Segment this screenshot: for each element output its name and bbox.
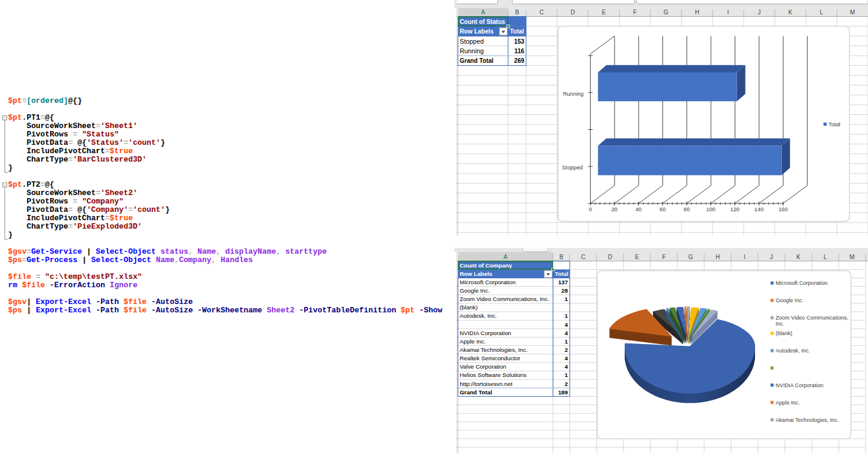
svg-text:Valve Corporation: Valve Corporation [460, 363, 506, 370]
svg-text:Autodesk, Inc.: Autodesk, Inc. [460, 312, 497, 319]
svg-text:M: M [849, 254, 854, 260]
svg-text:B: B [560, 254, 564, 260]
svg-text:Row Labels: Row Labels [460, 28, 494, 35]
svg-text:Count of Company: Count of Company [460, 262, 512, 269]
svg-text:I: I [728, 9, 729, 16]
svg-text:Row Labels: Row Labels [460, 270, 493, 277]
svg-text:L: L [820, 9, 823, 16]
svg-text:140: 140 [754, 206, 764, 212]
svg-text:189: 189 [558, 389, 569, 396]
svg-text:Helios Software Solutions: Helios Software Solutions [460, 372, 527, 378]
svg-text:1: 1 [565, 312, 569, 319]
svg-text:L: L [824, 254, 827, 260]
svg-text:Total: Total [555, 270, 569, 277]
svg-text:(blank): (blank) [776, 330, 793, 336]
svg-text:4: 4 [565, 321, 569, 328]
svg-text:NVIDIA Corporation: NVIDIA Corporation [460, 330, 511, 336]
svg-text:E: E [635, 254, 639, 260]
svg-text:Google Inc.: Google Inc. [776, 297, 804, 303]
svg-text:D: D [608, 254, 612, 260]
svg-text:269: 269 [514, 57, 524, 64]
svg-text:28: 28 [561, 287, 568, 294]
svg-text:1: 1 [565, 372, 569, 378]
svg-text:A: A [503, 254, 508, 260]
svg-text:H: H [716, 254, 720, 260]
svg-text:NVIDIA Corporation: NVIDIA Corporation [776, 382, 824, 388]
svg-text:Grand Total: Grand Total [460, 57, 494, 64]
svg-text:Microsoft Corporation: Microsoft Corporation [460, 279, 516, 285]
svg-text:G: G [664, 9, 668, 16]
svg-text:Zoom Video Communications,: Zoom Video Communications, [776, 315, 849, 321]
svg-text:Realtek Semiconductor: Realtek Semiconductor [460, 355, 521, 361]
svg-text:Autodesk, Inc.: Autodesk, Inc. [776, 348, 811, 354]
svg-text:D: D [570, 9, 574, 16]
svg-text:4: 4 [565, 355, 569, 361]
svg-text:2: 2 [565, 381, 569, 387]
svg-text:Grand Total: Grand Total [460, 389, 493, 396]
svg-text:Running: Running [460, 47, 484, 54]
svg-text:E: E [602, 9, 606, 16]
svg-text:Akamai Technologies, Inc.: Akamai Technologies, Inc. [460, 346, 528, 353]
svg-text:160: 160 [778, 206, 788, 212]
svg-text:Google Inc.: Google Inc. [460, 287, 490, 294]
svg-text:B: B [515, 9, 519, 16]
svg-text:2: 2 [565, 346, 569, 353]
svg-text:Apple Inc.: Apple Inc. [776, 400, 800, 406]
svg-text:(blank): (blank) [460, 304, 478, 311]
svg-text:4: 4 [565, 330, 569, 336]
svg-text:60: 60 [659, 206, 665, 212]
svg-text:Stopped: Stopped [562, 165, 583, 171]
svg-text:Total: Total [829, 121, 841, 127]
svg-text:F: F [633, 9, 637, 16]
svg-text:G: G [689, 254, 693, 260]
svg-text:Microsoft Corporation: Microsoft Corporation [776, 280, 828, 286]
svg-text:Stopped: Stopped [460, 38, 484, 45]
svg-text:153: 153 [514, 38, 524, 45]
svg-text:Akamai Technologies, Inc.: Akamai Technologies, Inc. [776, 417, 839, 423]
svg-text:100: 100 [706, 206, 716, 212]
svg-text:K: K [788, 9, 793, 16]
svg-text:4: 4 [565, 363, 569, 370]
svg-text:http://tortoisesvn.net: http://tortoisesvn.net [460, 381, 512, 387]
svg-text:Inc.: Inc. [776, 321, 785, 327]
svg-text:F: F [662, 254, 665, 260]
svg-text:80: 80 [684, 206, 690, 212]
svg-text:J: J [758, 9, 761, 16]
svg-text:Zoom Video Communications, Inc: Zoom Video Communications, Inc. [460, 296, 549, 302]
svg-text:116: 116 [515, 48, 525, 54]
svg-text:1: 1 [565, 296, 569, 302]
svg-text:40: 40 [635, 206, 641, 212]
svg-text:M: M [850, 9, 855, 16]
svg-text:I: I [744, 254, 745, 260]
svg-text:Apple Inc.: Apple Inc. [460, 338, 486, 345]
svg-text:0: 0 [589, 206, 592, 212]
svg-text:Running: Running [563, 91, 584, 97]
svg-text:20: 20 [612, 206, 618, 212]
svg-text:C: C [539, 9, 543, 16]
svg-text:137: 137 [558, 279, 569, 285]
svg-text:C: C [581, 254, 585, 260]
svg-text:J: J [770, 254, 773, 260]
svg-text:1: 1 [565, 338, 569, 345]
svg-text:120: 120 [731, 206, 740, 212]
svg-text:Count of Status: Count of Status [460, 19, 505, 25]
svg-text:K: K [796, 254, 800, 260]
svg-text:H: H [695, 9, 699, 16]
svg-text:Total: Total [510, 28, 524, 35]
svg-text:A: A [481, 9, 485, 16]
